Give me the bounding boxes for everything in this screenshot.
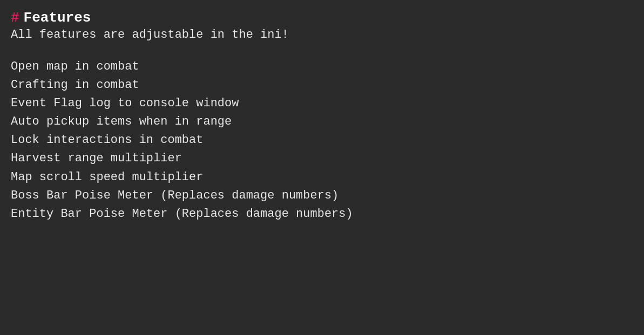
list-item: Lock interactions in combat [11,131,633,149]
list-item: Auto pickup items when in range [11,113,633,131]
feature-list: Open map in combatCrafting in combatEven… [11,58,633,223]
heading-line: # Features [11,10,633,26]
subtitle-text: All features are adjustable in the ini! [11,28,633,42]
list-item: Map scroll speed multiplier [11,168,633,187]
list-item: Event Flag log to console window [11,94,633,113]
heading-title: Features [24,10,91,26]
list-item: Harvest range multiplier [11,149,633,168]
list-item: Crafting in combat [11,76,633,94]
list-item: Boss Bar Poise Meter (Replaces damage nu… [11,187,633,205]
page-container: # Features All features are adjustable i… [11,10,633,223]
hash-icon: # [11,10,19,26]
list-item: Entity Bar Poise Meter (Replaces damage … [11,205,633,223]
list-item: Open map in combat [11,58,633,76]
